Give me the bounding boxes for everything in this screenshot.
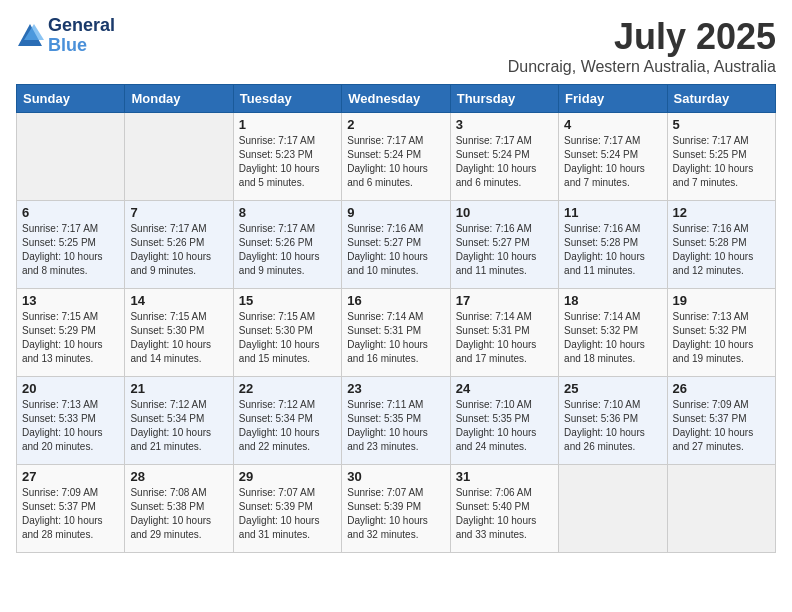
day-info: Sunrise: 7:17 AMSunset: 5:24 PMDaylight:… <box>564 134 661 190</box>
day-info: Sunrise: 7:13 AMSunset: 5:33 PMDaylight:… <box>22 398 119 454</box>
day-number: 11 <box>564 205 661 220</box>
title-block: July 2025 Duncraig, Western Australia, A… <box>508 16 776 76</box>
calendar-cell: 5Sunrise: 7:17 AMSunset: 5:25 PMDaylight… <box>667 113 775 201</box>
logo-icon <box>16 22 44 50</box>
calendar-cell: 30Sunrise: 7:07 AMSunset: 5:39 PMDayligh… <box>342 465 450 553</box>
day-number: 25 <box>564 381 661 396</box>
day-number: 18 <box>564 293 661 308</box>
calendar-cell: 1Sunrise: 7:17 AMSunset: 5:23 PMDaylight… <box>233 113 341 201</box>
day-info: Sunrise: 7:17 AMSunset: 5:26 PMDaylight:… <box>239 222 336 278</box>
day-number: 22 <box>239 381 336 396</box>
calendar-cell <box>559 465 667 553</box>
day-number: 23 <box>347 381 444 396</box>
day-number: 26 <box>673 381 770 396</box>
day-info: Sunrise: 7:10 AMSunset: 5:35 PMDaylight:… <box>456 398 553 454</box>
day-info: Sunrise: 7:17 AMSunset: 5:24 PMDaylight:… <box>456 134 553 190</box>
day-number: 7 <box>130 205 227 220</box>
day-info: Sunrise: 7:16 AMSunset: 5:28 PMDaylight:… <box>564 222 661 278</box>
day-info: Sunrise: 7:16 AMSunset: 5:27 PMDaylight:… <box>456 222 553 278</box>
calendar-cell: 24Sunrise: 7:10 AMSunset: 5:35 PMDayligh… <box>450 377 558 465</box>
day-number: 4 <box>564 117 661 132</box>
day-info: Sunrise: 7:17 AMSunset: 5:23 PMDaylight:… <box>239 134 336 190</box>
calendar-cell: 8Sunrise: 7:17 AMSunset: 5:26 PMDaylight… <box>233 201 341 289</box>
calendar-cell <box>667 465 775 553</box>
calendar-cell: 31Sunrise: 7:06 AMSunset: 5:40 PMDayligh… <box>450 465 558 553</box>
calendar-cell <box>17 113 125 201</box>
day-number: 2 <box>347 117 444 132</box>
day-number: 24 <box>456 381 553 396</box>
day-number: 28 <box>130 469 227 484</box>
logo-text: General Blue <box>48 16 115 56</box>
calendar-week-1: 1Sunrise: 7:17 AMSunset: 5:23 PMDaylight… <box>17 113 776 201</box>
calendar-week-2: 6Sunrise: 7:17 AMSunset: 5:25 PMDaylight… <box>17 201 776 289</box>
day-number: 9 <box>347 205 444 220</box>
calendar-cell: 14Sunrise: 7:15 AMSunset: 5:30 PMDayligh… <box>125 289 233 377</box>
day-info: Sunrise: 7:12 AMSunset: 5:34 PMDaylight:… <box>239 398 336 454</box>
page-header: General Blue July 2025 Duncraig, Western… <box>16 16 776 76</box>
calendar-cell: 4Sunrise: 7:17 AMSunset: 5:24 PMDaylight… <box>559 113 667 201</box>
day-number: 6 <box>22 205 119 220</box>
calendar-cell: 2Sunrise: 7:17 AMSunset: 5:24 PMDaylight… <box>342 113 450 201</box>
day-info: Sunrise: 7:17 AMSunset: 5:25 PMDaylight:… <box>22 222 119 278</box>
day-number: 13 <box>22 293 119 308</box>
calendar-cell: 7Sunrise: 7:17 AMSunset: 5:26 PMDaylight… <box>125 201 233 289</box>
day-info: Sunrise: 7:15 AMSunset: 5:29 PMDaylight:… <box>22 310 119 366</box>
column-header-saturday: Saturday <box>667 85 775 113</box>
day-number: 30 <box>347 469 444 484</box>
day-number: 17 <box>456 293 553 308</box>
day-info: Sunrise: 7:06 AMSunset: 5:40 PMDaylight:… <box>456 486 553 542</box>
day-info: Sunrise: 7:09 AMSunset: 5:37 PMDaylight:… <box>673 398 770 454</box>
calendar-cell: 15Sunrise: 7:15 AMSunset: 5:30 PMDayligh… <box>233 289 341 377</box>
day-number: 12 <box>673 205 770 220</box>
day-info: Sunrise: 7:17 AMSunset: 5:24 PMDaylight:… <box>347 134 444 190</box>
day-number: 20 <box>22 381 119 396</box>
location-title: Duncraig, Western Australia, Australia <box>508 58 776 76</box>
calendar-cell: 29Sunrise: 7:07 AMSunset: 5:39 PMDayligh… <box>233 465 341 553</box>
day-info: Sunrise: 7:14 AMSunset: 5:31 PMDaylight:… <box>456 310 553 366</box>
calendar-cell: 17Sunrise: 7:14 AMSunset: 5:31 PMDayligh… <box>450 289 558 377</box>
calendar-cell: 19Sunrise: 7:13 AMSunset: 5:32 PMDayligh… <box>667 289 775 377</box>
day-number: 29 <box>239 469 336 484</box>
calendar-week-3: 13Sunrise: 7:15 AMSunset: 5:29 PMDayligh… <box>17 289 776 377</box>
day-info: Sunrise: 7:15 AMSunset: 5:30 PMDaylight:… <box>239 310 336 366</box>
day-info: Sunrise: 7:13 AMSunset: 5:32 PMDaylight:… <box>673 310 770 366</box>
day-info: Sunrise: 7:10 AMSunset: 5:36 PMDaylight:… <box>564 398 661 454</box>
day-number: 21 <box>130 381 227 396</box>
day-number: 19 <box>673 293 770 308</box>
day-info: Sunrise: 7:07 AMSunset: 5:39 PMDaylight:… <box>347 486 444 542</box>
day-number: 10 <box>456 205 553 220</box>
calendar-cell: 21Sunrise: 7:12 AMSunset: 5:34 PMDayligh… <box>125 377 233 465</box>
calendar-cell: 28Sunrise: 7:08 AMSunset: 5:38 PMDayligh… <box>125 465 233 553</box>
calendar-cell: 22Sunrise: 7:12 AMSunset: 5:34 PMDayligh… <box>233 377 341 465</box>
calendar-cell: 13Sunrise: 7:15 AMSunset: 5:29 PMDayligh… <box>17 289 125 377</box>
calendar-cell: 10Sunrise: 7:16 AMSunset: 5:27 PMDayligh… <box>450 201 558 289</box>
calendar-cell: 18Sunrise: 7:14 AMSunset: 5:32 PMDayligh… <box>559 289 667 377</box>
day-info: Sunrise: 7:12 AMSunset: 5:34 PMDaylight:… <box>130 398 227 454</box>
calendar-cell: 6Sunrise: 7:17 AMSunset: 5:25 PMDaylight… <box>17 201 125 289</box>
column-header-thursday: Thursday <box>450 85 558 113</box>
day-number: 16 <box>347 293 444 308</box>
calendar-cell: 27Sunrise: 7:09 AMSunset: 5:37 PMDayligh… <box>17 465 125 553</box>
logo: General Blue <box>16 16 115 56</box>
calendar-cell <box>125 113 233 201</box>
column-header-friday: Friday <box>559 85 667 113</box>
day-number: 8 <box>239 205 336 220</box>
calendar-cell: 11Sunrise: 7:16 AMSunset: 5:28 PMDayligh… <box>559 201 667 289</box>
calendar-header-row: SundayMondayTuesdayWednesdayThursdayFrid… <box>17 85 776 113</box>
day-number: 1 <box>239 117 336 132</box>
calendar-week-4: 20Sunrise: 7:13 AMSunset: 5:33 PMDayligh… <box>17 377 776 465</box>
day-info: Sunrise: 7:17 AMSunset: 5:25 PMDaylight:… <box>673 134 770 190</box>
calendar-table: SundayMondayTuesdayWednesdayThursdayFrid… <box>16 84 776 553</box>
day-number: 5 <box>673 117 770 132</box>
day-number: 31 <box>456 469 553 484</box>
day-number: 3 <box>456 117 553 132</box>
day-info: Sunrise: 7:14 AMSunset: 5:31 PMDaylight:… <box>347 310 444 366</box>
column-header-sunday: Sunday <box>17 85 125 113</box>
day-info: Sunrise: 7:17 AMSunset: 5:26 PMDaylight:… <box>130 222 227 278</box>
day-info: Sunrise: 7:08 AMSunset: 5:38 PMDaylight:… <box>130 486 227 542</box>
column-header-monday: Monday <box>125 85 233 113</box>
calendar-cell: 16Sunrise: 7:14 AMSunset: 5:31 PMDayligh… <box>342 289 450 377</box>
column-header-tuesday: Tuesday <box>233 85 341 113</box>
day-info: Sunrise: 7:07 AMSunset: 5:39 PMDaylight:… <box>239 486 336 542</box>
day-info: Sunrise: 7:15 AMSunset: 5:30 PMDaylight:… <box>130 310 227 366</box>
